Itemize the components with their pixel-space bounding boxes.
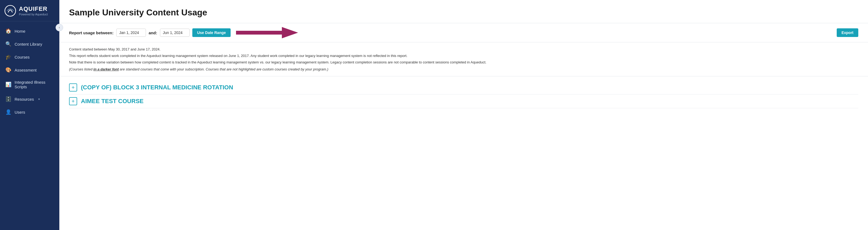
logo-subtitle: Powered by Aqueduct xyxy=(19,13,48,16)
sidebar-item-illness-scripts-label: Integrated Illness Scripts xyxy=(14,80,54,89)
course-expand-button-2[interactable]: + xyxy=(69,97,77,105)
courses-icon: 🎓 xyxy=(5,54,11,60)
info-line-2: This report reflects student work comple… xyxy=(69,53,858,59)
info-italic-text: (Courses listed in a darker font are sta… xyxy=(69,67,858,73)
sidebar-item-home[interactable]: 🏠 Home xyxy=(0,25,59,37)
course-title-2[interactable]: AIMEE TEST COURSE xyxy=(81,98,144,105)
arrow-annotation-svg xyxy=(236,27,298,38)
course-expand-button-1[interactable]: + xyxy=(69,83,77,91)
sidebar-item-users[interactable]: 👤 Users xyxy=(0,106,59,118)
sidebar-item-content-library-label: Content Library xyxy=(14,42,42,47)
aquifer-logo-icon xyxy=(4,5,16,17)
date-to-input[interactable] xyxy=(160,29,190,37)
sidebar-item-assessment[interactable]: 🎨 Assessment xyxy=(0,63,59,77)
sidebar-item-content-library[interactable]: 🔍 Content Library xyxy=(0,37,59,51)
sidebar: AQUIFER Powered by Aqueduct ‹ 🏠 Home 🔍 C… xyxy=(0,0,59,230)
svg-marker-1 xyxy=(236,27,298,38)
filter-bar: Report usage between: and: Use Date Rang… xyxy=(59,23,868,42)
illness-scripts-icon: 📊 xyxy=(5,82,11,87)
course-item-1: + (COPY OF) BLOCK 3 INTERNAL MEDICINE RO… xyxy=(69,81,858,94)
sidebar-item-home-label: Home xyxy=(14,29,25,33)
resources-icon: 🗄️ xyxy=(5,96,11,102)
info-section: Content started between May 30, 2017 and… xyxy=(59,42,868,77)
export-button[interactable]: Export xyxy=(837,28,858,37)
filter-and-label: and: xyxy=(149,30,157,35)
info-line-1: Content started between May 30, 2017 and… xyxy=(69,47,858,52)
home-icon: 🏠 xyxy=(5,28,11,34)
info-bold-span: in a darker font xyxy=(93,67,119,71)
date-from-input[interactable] xyxy=(116,29,146,37)
info-line-3: Note that there is some variation betwee… xyxy=(69,60,858,65)
logo-title: AQUIFER xyxy=(19,6,48,12)
sidebar-item-courses-label: Courses xyxy=(14,55,30,59)
sidebar-collapse-button[interactable]: ‹ xyxy=(56,24,63,31)
course-list: + (COPY OF) BLOCK 3 INTERNAL MEDICINE RO… xyxy=(59,77,868,230)
sidebar-item-users-label: Users xyxy=(14,110,25,114)
sidebar-item-courses[interactable]: 🎓 Courses xyxy=(0,51,59,63)
sidebar-item-assessment-label: Assessment xyxy=(14,68,37,73)
sidebar-nav: 🏠 Home 🔍 Content Library 🎓 Courses 🎨 Ass… xyxy=(0,21,59,230)
use-date-range-button[interactable]: Use Date Range xyxy=(192,28,231,37)
search-icon: 🔍 xyxy=(5,41,11,47)
svg-point-0 xyxy=(5,5,16,16)
main-header: Sample University Content Usage xyxy=(59,0,868,23)
course-item-2: + AIMEE TEST COURSE xyxy=(69,94,858,108)
course-title-1[interactable]: (COPY OF) BLOCK 3 INTERNAL MEDICINE ROTA… xyxy=(81,84,233,91)
logo-text: AQUIFER Powered by Aqueduct xyxy=(19,6,48,16)
users-icon: 👤 xyxy=(5,109,11,115)
sidebar-item-resources-label: Resources xyxy=(14,97,34,102)
main-content: Sample University Content Usage Report u… xyxy=(59,0,868,230)
page-title: Sample University Content Usage xyxy=(69,7,858,18)
sidebar-logo: AQUIFER Powered by Aqueduct xyxy=(0,0,59,21)
sidebar-item-resources[interactable]: 🗄️ Resources ▾ xyxy=(0,93,59,106)
arrow-annotation xyxy=(236,27,298,38)
sidebar-item-integrated-illness-scripts[interactable]: 📊 Integrated Illness Scripts xyxy=(0,77,59,93)
resources-chevron-icon: ▾ xyxy=(38,97,40,101)
filter-label: Report usage between: xyxy=(69,30,114,35)
assessment-icon: 🎨 xyxy=(5,67,11,73)
